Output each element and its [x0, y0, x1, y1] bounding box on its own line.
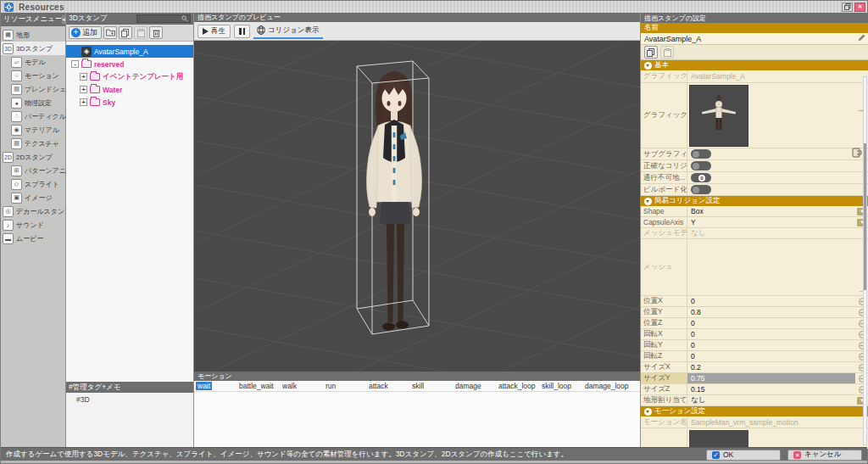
expand-node-icon[interactable]: + — [80, 98, 87, 106]
tree-item-event-template[interactable]: + イベントテンプレート用 — [66, 70, 193, 83]
motion-item-damage[interactable]: damage — [453, 382, 497, 390]
sidebar-item-movie[interactable]: ▬ ムービー — [1, 232, 65, 245]
setting-value[interactable]: 0.75 — [687, 373, 855, 383]
basic-section-header[interactable]: 基本 — [641, 60, 868, 70]
sidebar-item-3d-stamp[interactable]: 3D 3Dスタンプ — [1, 42, 65, 55]
tree-item-sky[interactable]: + Sky — [66, 96, 193, 109]
edit-pencil-icon[interactable] — [858, 34, 865, 43]
setting-value[interactable]: 0 — [687, 318, 855, 328]
sidebar-item-blend-shape[interactable]: ▧ ブレンドシェイプ — [1, 82, 65, 96]
motion-item-wait[interactable]: wait — [194, 382, 237, 390]
sub-graphic-toggle[interactable] — [691, 149, 711, 159]
collision-display-toggle[interactable]: コリジョン表示 — [253, 24, 323, 39]
billboard-toggle[interactable] — [691, 185, 711, 194]
tree-item-reserved[interactable]: - reserved — [66, 58, 193, 70]
accurate-collision-toggle[interactable] — [691, 161, 711, 171]
setting-row-mesh-model: メッシュモデル名 なし — [641, 228, 868, 239]
setting-row-graphic: グラフィック — [641, 83, 868, 148]
setting-value[interactable]: AvatarSample_A — [687, 70, 868, 82]
ok-button[interactable]: ✓ OK — [706, 450, 781, 461]
tag-memo-value[interactable]: #3D — [66, 393, 193, 449]
setting-value[interactable]: 0.2 — [687, 362, 855, 372]
3d-stamp-icon: 3D — [3, 43, 14, 54]
new-folder-button[interactable] — [103, 26, 117, 39]
search-input[interactable] — [136, 14, 191, 23]
paste-button[interactable] — [134, 26, 147, 39]
paste-settings-button[interactable] — [660, 46, 674, 59]
graphic-thumbnail[interactable] — [689, 85, 748, 147]
settings-scrollbar[interactable] — [863, 76, 867, 445]
motion-item-battle-wait[interactable]: battle_wait — [237, 382, 281, 390]
setting-row-pos-x: 位置X 0 — [641, 296, 868, 307]
setting-label: 通行不可地... — [641, 172, 687, 183]
tag-memo-header: #管理タグ+メモ — [66, 382, 193, 393]
motion-item-attack-loop[interactable]: attack_loop — [497, 382, 540, 390]
3d-viewport[interactable] — [194, 41, 640, 372]
setting-label: グラフィック — [641, 83, 687, 148]
collision-section-header[interactable]: 簡易コリジョン設定 — [641, 196, 868, 206]
setting-label: 位置Z — [641, 318, 687, 328]
setting-value[interactable]: 0 — [687, 329, 855, 339]
sidebar-item-sound[interactable]: ♪ サウンド — [1, 218, 65, 232]
decal-stamp-icon: ◎ — [3, 206, 14, 217]
sidebar-item-model[interactable]: ▱ モデル — [1, 55, 65, 69]
sidebar-item-decal-stamp[interactable]: ◎ デカールスタンプ — [1, 204, 65, 218]
motion-item-attack[interactable]: attack — [367, 382, 410, 390]
sidebar-item-material[interactable]: ◉ マテリアル — [1, 123, 65, 137]
copy-settings-button[interactable] — [644, 46, 658, 59]
motion-section-header[interactable]: モーション設定 — [641, 406, 868, 416]
sidebar-item-sprite[interactable]: ◇ スプライト — [1, 177, 65, 191]
stamp-settings-panel: 描画スタンプの設定 名前 AvatarSample_A 基本 — [641, 13, 868, 449]
play-button[interactable]: 再生 — [198, 25, 231, 38]
collapse-node-icon[interactable]: - — [71, 60, 79, 68]
sidebar-item-terrain[interactable]: ▦ 地形 — [1, 28, 65, 42]
motion-item-run[interactable]: run — [324, 382, 367, 390]
setting-row-graphic-name: グラフィック名 AvatarSample_A — [641, 70, 868, 83]
sidebar-item-2d-stamp[interactable]: 2D 2Dスタンプ — [1, 150, 65, 164]
motion-thumbnail[interactable] — [689, 430, 748, 449]
add-button[interactable]: + 追加 — [69, 26, 102, 39]
setting-value[interactable]: 0 — [687, 351, 855, 361]
sidebar-item-pattern-anime[interactable]: ⊞ パターンアニメ — [1, 164, 65, 177]
copy-button[interactable] — [119, 26, 132, 39]
tree-item-water[interactable]: + Water — [66, 83, 193, 96]
name-section-header: 名前 — [641, 23, 868, 33]
setting-value[interactable]: 0.15 — [687, 384, 855, 394]
resource-menu-sidebar: リソースメニュー ◂ ▦ 地形 3D 3Dスタンプ ▱ モデル ☆ モ — [1, 13, 66, 449]
setting-row-size-z: サイズZ 0.15 — [641, 384, 868, 395]
motion-item-walk[interactable]: walk — [281, 382, 324, 390]
delete-button[interactable] — [149, 26, 163, 39]
sidebar-item-particle[interactable]: ∴ パーティクル — [1, 109, 65, 123]
shape-select[interactable]: Box — [687, 206, 855, 216]
terrain-assign-select[interactable]: なし — [687, 395, 855, 405]
collapse-sidebar-icon[interactable]: ◂ — [62, 15, 65, 24]
motion-icon: ☆ — [11, 70, 22, 81]
impassable-toggle[interactable]: 0 — [691, 173, 711, 182]
change-graphic-icon[interactable] — [852, 148, 864, 160]
capsule-axis-select[interactable]: Y — [687, 217, 855, 227]
motion-item-damage-loop[interactable]: damage_loop — [583, 382, 626, 390]
new-folder-icon — [106, 29, 115, 36]
cancel-button[interactable]: × キャンセル — [787, 450, 862, 461]
name-field[interactable]: AvatarSample_A — [641, 33, 868, 45]
motion-item-skill-loop[interactable]: skill_loop — [540, 382, 583, 390]
setting-value[interactable]: SampleMan_vrm_sample_motion — [687, 416, 868, 428]
motion-item-skill[interactable]: skill — [410, 382, 453, 390]
setting-value[interactable]: 0.8 — [687, 307, 855, 317]
sidebar-item-image[interactable]: ▣ イメージ — [1, 191, 65, 204]
setting-label: Shape — [641, 206, 687, 216]
restore-window-button[interactable] — [842, 3, 853, 12]
expand-node-icon[interactable]: + — [80, 86, 87, 93]
setting-label: 位置Y — [641, 307, 687, 317]
sidebar-item-physics[interactable]: ● 物理設定 — [1, 96, 65, 109]
sidebar-item-texture[interactable]: ▨ テクスチャ — [1, 137, 65, 150]
copy-icon — [121, 29, 130, 37]
sidebar-item-motion[interactable]: ☆ モーション — [1, 69, 65, 82]
setting-value[interactable]: 0 — [687, 340, 855, 350]
expand-node-icon[interactable]: + — [80, 73, 87, 81]
tree-item-avatar-sample[interactable]: ◈ AvatarSample_A — [66, 45, 193, 58]
scrollbar-thumb[interactable] — [864, 143, 866, 290]
close-window-button[interactable]: × — [854, 3, 865, 12]
pause-button[interactable] — [234, 25, 250, 38]
setting-value[interactable]: 0 — [687, 296, 855, 306]
